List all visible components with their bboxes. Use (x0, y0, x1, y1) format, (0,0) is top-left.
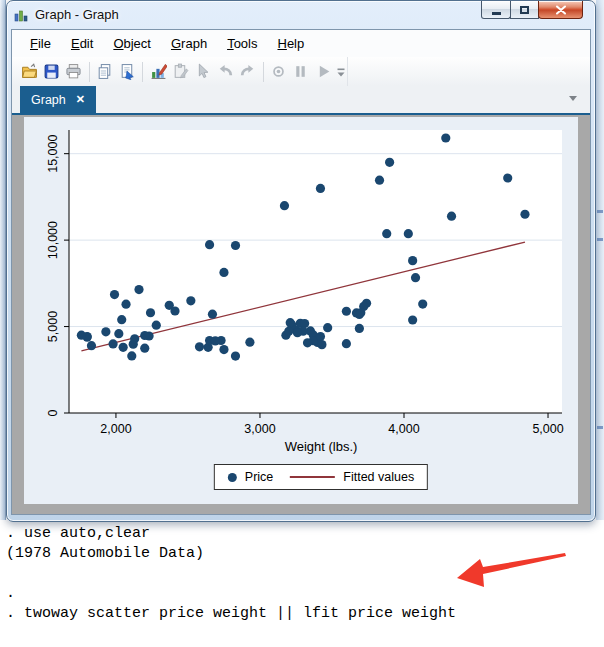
x-tick-label: 5,000 (532, 422, 563, 436)
toolbar (12, 57, 590, 86)
tab-list-dropdown[interactable] (569, 96, 577, 101)
scatter-point (520, 210, 529, 219)
background-window-artifact (597, 238, 603, 241)
scatter-point (408, 256, 417, 265)
menu-object[interactable]: Object (103, 32, 161, 55)
toolbar-overflow-button[interactable] (334, 60, 347, 84)
play-icon (315, 63, 332, 80)
menu-edit[interactable]: Edit (61, 32, 103, 55)
y-tick-label: 5,000 (46, 311, 60, 342)
undo-arrow-icon (217, 63, 234, 80)
fit-line-icon (290, 476, 335, 478)
record-button[interactable] (268, 60, 290, 84)
y-tick-label: 10,000 (46, 221, 60, 259)
scatter-point (208, 310, 217, 319)
copy-icon (96, 63, 113, 80)
scatter-point (375, 176, 384, 185)
minimize-button[interactable] (481, 1, 511, 19)
window-client-area: File Edit Object Graph Tools Help (11, 29, 591, 515)
chevron-down-icon (336, 65, 346, 79)
scatter-point (323, 323, 332, 332)
tab-label: Graph (31, 93, 66, 107)
scatter-point (356, 308, 365, 317)
legend: Price Fitted values (214, 464, 428, 490)
scatter-point (101, 327, 110, 336)
window-title: Graph - Graph (35, 7, 119, 22)
play-button[interactable] (312, 60, 334, 84)
scatter-point (127, 351, 136, 360)
save-button[interactable] (40, 60, 62, 84)
printer-icon (65, 63, 82, 80)
close-icon (555, 5, 567, 15)
scatter-point (114, 329, 123, 338)
tab-close-icon[interactable]: ✕ (76, 94, 85, 105)
pointer-button[interactable] (192, 60, 214, 84)
floppy-disk-icon (43, 63, 60, 80)
scatter-point (284, 327, 293, 336)
graph-editor-button[interactable] (147, 60, 169, 84)
scatter-point (382, 229, 391, 238)
scatter-point (205, 240, 214, 249)
menu-tools[interactable]: Tools (217, 32, 267, 55)
scatter-marker-icon (228, 473, 237, 482)
bar-chart-window-icon (14, 8, 29, 22)
toolbar-separator (142, 62, 143, 82)
undo-button[interactable] (214, 60, 236, 84)
redo-arrow-icon (239, 63, 256, 80)
pause-icon (292, 63, 309, 80)
open-button[interactable] (18, 60, 40, 84)
scatter-point (503, 173, 512, 182)
copy-button[interactable] (94, 60, 116, 84)
minimize-icon (492, 12, 501, 15)
scatter-point (441, 133, 450, 142)
scatter-point (411, 273, 420, 282)
scatter-point (134, 285, 143, 294)
scatter-point (108, 339, 117, 348)
x-tick-label: 3,000 (244, 422, 275, 436)
close-button[interactable] (538, 1, 583, 19)
background-window-edge-right (596, 0, 604, 520)
scatter-point (316, 184, 325, 193)
pause-button[interactable] (290, 60, 312, 84)
scatter-point (303, 338, 312, 347)
copy-to-document-button[interactable] (116, 60, 138, 84)
scatter-point (342, 339, 351, 348)
tab-graph[interactable]: Graph ✕ (20, 86, 96, 113)
plot-background (69, 130, 562, 413)
menu-file[interactable]: File (20, 32, 61, 55)
legend-entry-price: Price (228, 470, 273, 484)
menu-bar: File Edit Object Graph Tools Help (12, 30, 590, 57)
graph-viewport: 05,00010,00015,0002,0003,0004,0005,000 W… (12, 115, 590, 514)
restore-button[interactable] (510, 1, 539, 19)
menu-graph[interactable]: Graph (161, 32, 217, 55)
x-tick-label: 2,000 (100, 422, 131, 436)
scatter-point (140, 331, 149, 340)
scatter-point (280, 201, 289, 210)
rename-button[interactable] (170, 60, 192, 84)
legend-label-fitted: Fitted values (343, 470, 414, 484)
pointer-arrow-icon (194, 63, 211, 80)
scatter-point (219, 268, 228, 277)
scatter-point (408, 315, 417, 324)
legend-label-price: Price (245, 470, 273, 484)
y-tick-label: 15,000 (46, 135, 60, 173)
scatter-point (355, 324, 364, 333)
menu-help[interactable]: Help (267, 32, 314, 55)
graph-pencil-icon (150, 63, 167, 80)
scatter-point (316, 332, 325, 341)
scatter-point (152, 321, 161, 330)
scatter-point (385, 158, 394, 167)
redo-button[interactable] (236, 60, 258, 84)
scatter-point (110, 290, 119, 299)
background-window-artifact (597, 210, 603, 213)
console-line: . twoway scatter price weight || lfit pr… (6, 604, 598, 624)
scatter-point (140, 344, 149, 353)
scatter-point (286, 318, 295, 327)
legend-entry-fitted: Fitted values (290, 470, 414, 484)
title-bar[interactable]: Graph - Graph (7, 1, 595, 29)
scatter-point (245, 338, 254, 347)
restore-icon (520, 6, 529, 14)
scatter-point (418, 299, 427, 308)
document-arrow-icon (119, 63, 136, 80)
print-button[interactable] (63, 60, 85, 84)
